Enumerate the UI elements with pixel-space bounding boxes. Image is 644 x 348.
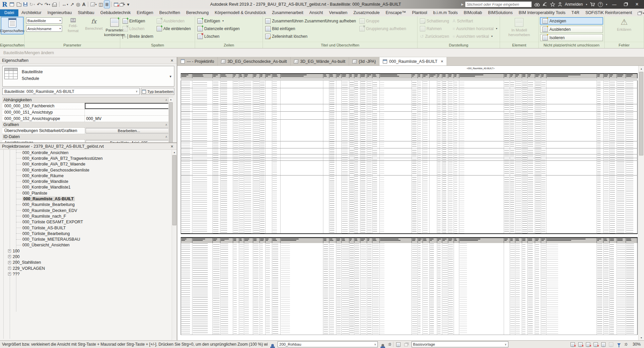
browser-vscrollbar[interactable]: ▲▼: [172, 150, 177, 343]
ribbon-tab-beschriften[interactable]: Beschriften: [156, 9, 183, 16]
open-file-icon[interactable]: [16, 1, 22, 8]
sign-in-label[interactable]: Anmelden: [565, 2, 583, 7]
browser-item-000-planliste[interactable]: 000_Planliste: [0, 190, 177, 196]
browser-item-000-kontrolle-r-ume[interactable]: 000_Kontrolle_Räume: [0, 173, 177, 179]
file-tab-icon[interactable]: [9, 1, 15, 8]
ribbon-tab-bim-interoperability-tools[interactable]: BIM Interoperability Tools: [516, 9, 569, 16]
type-selector[interactable]: Bauteilliste Schedule ▼: [2, 66, 174, 87]
background-processes-icon[interactable]: [608, 341, 614, 347]
ribbon-tab-berechnung[interactable]: Berechnung: [183, 9, 211, 16]
ribbon-button-alle-einblenden[interactable]: Alle einblenden: [156, 25, 192, 32]
ribbon-button-zusammenf-hren-zusammenf-hrung-aufheben[interactable]: Zusammenführen Zusammenführung aufheben: [264, 17, 357, 24]
view-tab-000-raumliste-as-built[interactable]: 000_Raumliste_AS-BUILT×: [379, 57, 447, 66]
measure-icon[interactable]: ↔▾: [61, 1, 69, 8]
ribbon-tab-zusammenarbeit[interactable]: Zusammenarbeit: [269, 9, 306, 16]
ribbon-button-eigenschaften[interactable]: Eigenschaften: [1, 17, 23, 34]
tree-scroll-thumb[interactable]: [172, 155, 176, 225]
switch-windows-caret-icon[interactable]: ▾: [124, 3, 125, 6]
schedule-component-combo[interactable]: Bauteilliste▾: [26, 17, 62, 24]
property-value[interactable]: [85, 103, 173, 109]
ribbon-tab-b-i-m-m-tools[interactable]: b.i.m.m Tools: [430, 9, 461, 16]
ribbon-button-breite-ndern[interactable]: ↔Breite ändern: [122, 33, 154, 40]
undo-caret-icon[interactable]: ▾: [41, 3, 42, 6]
ribbon-tab-ingenieurbau[interactable]: Ingenieurbau: [44, 9, 75, 16]
browser-item-000-kontrolle-wandliste[interactable]: 000_Kontrolle_Wandliste: [0, 179, 177, 184]
select-pinned-icon[interactable]: ×: [585, 341, 591, 347]
property-edit-button[interactable]: Bearbeiten...: [86, 128, 172, 133]
select-elements-by-face-icon[interactable]: ×: [593, 341, 599, 347]
expand-plus-icon[interactable]: +: [8, 249, 11, 252]
customize-qat-icon[interactable]: ▾: [126, 1, 130, 8]
ribbon-button-ausrichten-vertikal[interactable]: ≡Ausrichten vertikal▾: [452, 33, 498, 40]
drag-on-selection-icon[interactable]: [600, 341, 606, 347]
search-input[interactable]: [465, 1, 532, 7]
ribbon-tab-t4r[interactable]: T4R: [569, 9, 583, 16]
ribbon-button-bild-einf-gen[interactable]: Bild einfügen: [264, 25, 357, 32]
ribbon-button-ausblenden[interactable]: Ausblenden: [156, 17, 192, 24]
editing-requests-icon[interactable]: [380, 341, 386, 347]
ribbon-tab-plantool[interactable]: Plantool: [409, 9, 430, 16]
property-value[interactable]: 000_MV: [85, 116, 173, 122]
browser-branch-200-stahllisten[interactable]: +200_Stahllisten: [0, 260, 177, 265]
search-collapse-icon[interactable]: ▶: [461, 3, 464, 6]
redo-caret-icon[interactable]: ▾: [49, 3, 50, 6]
type-selector-caret-icon[interactable]: ▼: [169, 75, 172, 78]
close-button[interactable]: ×: [633, 1, 641, 7]
browser-item-000-raumliste-decken-edv[interactable]: 000_Raumliste_Decken_EDV: [0, 208, 177, 213]
browser-item-000-raumliste-nach-f[interactable]: 000_Raumliste_nach_F: [0, 213, 177, 219]
section-icon[interactable]: ◫: [98, 1, 104, 8]
schedule-table-lower[interactable]: [181, 237, 638, 335]
search-binoculars-icon[interactable]: [534, 2, 540, 7]
ribbon-button-datenzeile-einf-gen[interactable]: Datenzeile einfügen: [196, 25, 240, 32]
ribbon-button-ausrichten-horizontal[interactable]: ≡Ausrichten horizontal▾: [452, 25, 498, 32]
property-value[interactable]: [85, 109, 173, 115]
user-person-icon[interactable]: [558, 2, 562, 7]
edit-type-button[interactable]: Typ bearbeiten: [141, 88, 174, 95]
expand-plus-icon[interactable]: +: [8, 261, 11, 264]
ribbon-tab-sofistik-reinforcement[interactable]: SOFiSTiK Reinforcement: [582, 9, 635, 16]
favorites-star-icon[interactable]: [550, 2, 555, 7]
help-icon[interactable]: ?: [598, 2, 603, 7]
browser-branch-229-vorlagen[interactable]: +229_VORLAGEN: [0, 265, 177, 271]
text-icon[interactable]: A: [82, 1, 86, 8]
ribbon-button-l-schen[interactable]: Löschen: [122, 25, 154, 32]
measure-caret-icon[interactable]: ▾: [67, 3, 68, 6]
vscroll-thumb[interactable]: [639, 72, 643, 155]
prop-scroll-up-icon[interactable]: ▲: [169, 97, 173, 102]
browser-item-000-t-rliste-gesamt-export[interactable]: 000_Türliste GESAMT_EXPORT: [0, 219, 177, 225]
property-value[interactable]: Bearbeiten...: [85, 128, 173, 134]
property-active-input[interactable]: [85, 103, 173, 109]
ribbon-tab-architektur[interactable]: Architektur: [18, 9, 44, 16]
properties-palette-header[interactable]: Eigenschaften ×: [0, 57, 177, 64]
ribbon-toggle[interactable]: ▾: [635, 11, 644, 16]
ribbon-tab-datei[interactable]: Datei: [0, 9, 18, 16]
vscroll-down-arrow-icon[interactable]: ▼: [639, 335, 644, 340]
tag-by-category-icon[interactable]: ◎: [75, 1, 81, 8]
project-browser-header[interactable]: Projektbrowser - 2379_BAU_BT2_AS-BUILT_g…: [0, 143, 177, 150]
browser-item-000-t-rliste-as-built[interactable]: 000_Türliste_AS-BUILT: [0, 225, 177, 231]
filter-icon[interactable]: [616, 341, 622, 347]
browser-item-000-kontrolle-ava-bt2-tragwerksst-tzen[interactable]: 000_Kontrolle_AVA_BT2_Tragwerksstützen: [0, 155, 177, 161]
ribbon-button-isolieren[interactable]: Isolieren: [540, 34, 603, 41]
revit-app-menu-icon[interactable]: R: [0, 1, 9, 8]
vscroll-up-arrow-icon[interactable]: ▲: [639, 66, 644, 71]
minimize-button[interactable]: —: [610, 2, 619, 7]
schedule-table-upper[interactable]: [181, 73, 638, 234]
ribbon-button-anzeigen[interactable]: Anzeigen: [540, 17, 603, 24]
ribbon-button-einf-gen[interactable]: Einfügen: [122, 17, 154, 24]
properties-close-icon[interactable]: ×: [169, 58, 175, 63]
property-section-id-daten[interactable]: ID-Daten∧: [2, 134, 173, 140]
ribbon-button-schriftart[interactable]: ASchriftart: [452, 17, 498, 24]
select-underlay-icon[interactable]: ×: [577, 341, 583, 347]
expand-plus-icon[interactable]: +: [8, 255, 11, 258]
browser-item-000-kontrolle-ansichten[interactable]: 000_Kontrolle_Ansichten: [0, 150, 177, 155]
property-section-grafiken[interactable]: Grafiken∧: [2, 122, 173, 128]
restore-button[interactable]: [621, 2, 630, 7]
browser-item-000-kontrolle-ava-bt2-waende[interactable]: 000_Kontrolle_AVA_BT2_Waende: [0, 161, 177, 167]
field-combo[interactable]: Ansichtsname▾: [26, 25, 62, 32]
exchange-apps-cart-icon[interactable]: [590, 2, 595, 7]
browser-branch--[interactable]: +???: [0, 271, 177, 277]
ribbon-button-rahmen[interactable]: Rahmen: [419, 25, 450, 32]
browser-item-000-bersicht-ansichten[interactable]: 000_Übersicht_Ansichten: [0, 242, 177, 248]
ribbon-tab-bimsolutions[interactable]: BIMSolutions: [485, 9, 516, 16]
